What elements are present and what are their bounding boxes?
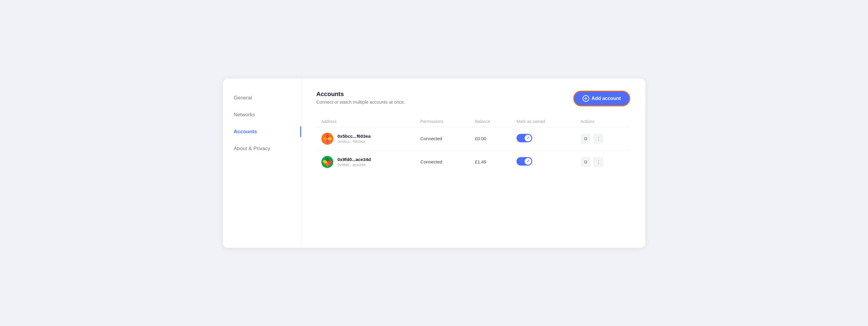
toggle-track: ✓ xyxy=(517,157,532,166)
more-button[interactable]: ⋮ xyxy=(593,157,603,167)
sidebar-item-networks[interactable]: Networks xyxy=(223,106,301,123)
account-address-short: 0x5bcc...f603ea xyxy=(338,134,371,139)
col-permissions: Permissions xyxy=(415,116,470,127)
account-address-short: 0x9fd0...ace34d xyxy=(338,157,371,162)
copy-button[interactable]: ⧉ xyxy=(581,157,591,167)
balance-cell: £0.00 xyxy=(470,127,512,150)
main-content: Accounts Connect or watch multiple accou… xyxy=(301,79,645,248)
actions-cell: ⧉ ⋮ xyxy=(576,150,630,173)
balance-value: £1.49 xyxy=(475,159,486,164)
toggle-track: ✓ xyxy=(517,134,532,142)
mark-owned-toggle[interactable]: ✓ xyxy=(517,134,532,142)
toggle-thumb: ✓ xyxy=(525,135,531,141)
col-address: Address xyxy=(316,116,416,127)
address-cell: 0x5bcc...f603ea 0x5bcc...f603ea xyxy=(316,127,416,150)
actions-cell: ⧉ ⋮ xyxy=(576,127,630,150)
header-row: Accounts Connect or watch multiple accou… xyxy=(316,91,630,106)
add-account-button[interactable]: + Add account xyxy=(573,91,630,106)
more-icon: ⋮ xyxy=(596,136,601,141)
copy-icon: ⧉ xyxy=(584,136,587,141)
actions-container: ⧉ ⋮ xyxy=(581,157,625,167)
balance-value: £0.00 xyxy=(475,136,486,141)
col-mark-owned: Mark as owned xyxy=(512,116,576,127)
avatar xyxy=(321,133,333,145)
page-title: Accounts xyxy=(316,91,405,98)
mark-owned-cell: ✓ xyxy=(512,150,576,173)
copy-icon: ⧉ xyxy=(584,159,587,165)
table-row: 0x9fd0...ace34d 0x9fd0...ace34d Connecte… xyxy=(316,150,630,173)
col-actions: Actions xyxy=(576,116,630,127)
col-balance: Balance xyxy=(470,116,512,127)
permission-label: Connected xyxy=(420,159,442,164)
header-text: Accounts Connect or watch multiple accou… xyxy=(316,91,405,105)
account-address-full: 0x9fd0...ace34d xyxy=(338,163,371,167)
sidebar-item-accounts[interactable]: Accounts xyxy=(223,123,301,140)
table-row: 0x5bcc...f603ea 0x5bcc...f603ea Connecte… xyxy=(316,127,630,150)
permission-cell: Connected xyxy=(415,150,470,173)
permission-cell: Connected xyxy=(415,127,470,150)
address-cell: 0x9fd0...ace34d 0x9fd0...ace34d xyxy=(316,150,416,173)
accounts-table: Address Permissions Balance Mark as owne… xyxy=(316,116,630,173)
page-subtitle: Connect or watch multiple accounts at on… xyxy=(316,100,405,105)
sidebar-item-about-privacy[interactable]: About & Privacy xyxy=(223,140,301,157)
toggle-thumb: ✓ xyxy=(525,158,531,165)
actions-container: ⧉ ⋮ xyxy=(581,134,625,144)
permission-label: Connected xyxy=(420,136,442,141)
more-icon: ⋮ xyxy=(596,159,601,165)
sidebar: General Networks Accounts About & Privac… xyxy=(223,79,301,248)
more-button[interactable]: ⋮ xyxy=(593,134,603,144)
copy-button[interactable]: ⧉ xyxy=(581,134,591,144)
account-address-full: 0x5bcc...f603ea xyxy=(338,139,371,144)
mark-owned-cell: ✓ xyxy=(512,127,576,150)
check-icon: ✓ xyxy=(526,159,530,163)
avatar xyxy=(321,156,333,168)
plus-circle-icon: + xyxy=(583,95,589,102)
mark-owned-toggle[interactable]: ✓ xyxy=(517,157,532,166)
check-icon: ✓ xyxy=(526,136,530,140)
balance-cell: £1.49 xyxy=(470,150,512,173)
sidebar-item-general[interactable]: General xyxy=(223,89,301,106)
